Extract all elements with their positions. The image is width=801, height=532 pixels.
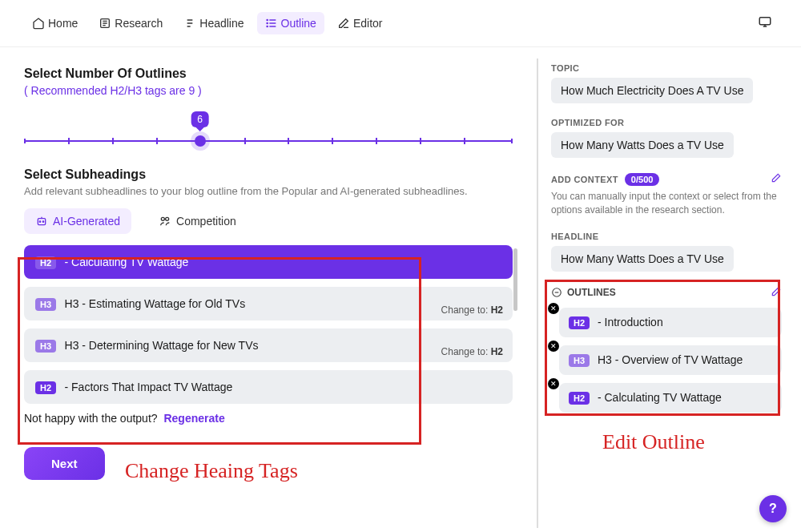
heading-tag-badge: H3 [35,340,56,353]
svg-point-6 [39,221,40,222]
nav-home[interactable]: Home [24,12,86,34]
add-context-label: ADD CONTEXT [551,175,618,184]
heading-tag-badge: H3 [35,298,56,311]
outline-icon [265,17,278,30]
edit-context-button[interactable] [771,172,782,187]
outline-text: H3 - Overview of TV Wattage [598,353,743,366]
regen-prefix: Not happy with the output? [24,412,158,425]
outline-item[interactable]: ✕ H2 - Calculating TV Wattage [559,383,782,413]
present-button[interactable] [753,10,777,37]
heading-tag-badge: H2 [35,381,56,394]
annotation-label-left: Change Heaing Tags [125,459,298,483]
outline-count-slider[interactable]: 6 [24,119,513,153]
nav-label: Home [48,17,78,30]
regenerate-row: Not happy with the output? Regenerate [24,412,513,425]
subheading-card[interactable]: H3 H3 - Determining Wattage for New TVs … [24,328,513,362]
headline-icon [183,17,196,30]
heading-tag-badge: H2 [35,256,56,269]
subheading-text: H3 - Estimating Wattage for Old TVs [65,297,246,310]
tab-label: AI-Generated [53,215,120,228]
headline-value: How Many Watts Does a TV Use [551,246,734,272]
context-desc: You can manually input the context or se… [551,190,782,217]
subheading-card[interactable]: H3 H3 - Estimating Wattage for Old TVs C… [24,287,513,320]
heading-tag-badge: H3 [569,354,590,367]
outline-item[interactable]: ✕ H3 H3 - Overview of TV Wattage [559,345,782,375]
nav-label: Headline [199,17,244,30]
tab-ai-generated[interactable]: AI-Generated [24,208,131,234]
svg-point-1 [267,19,268,20]
nav-label: Editor [353,17,383,30]
ai-icon [35,215,48,228]
subheading-card[interactable]: H2 - Calculating TV Wattage [24,245,513,279]
scrollbar[interactable] [513,248,517,311]
topic-label: TOPIC [551,63,782,73]
tab-label: Competition [176,215,236,228]
outline-item[interactable]: ✕ H2 - Introduction [559,308,782,337]
outlines-count-title: Select Number Of Outlines [24,66,513,81]
outlines-label: OUTLINES [567,287,616,298]
headline-label: HEADLINE [551,232,782,241]
research-icon [99,17,111,30]
change-heading-tag[interactable]: Change to: H2 [441,304,503,316]
svg-rect-4 [759,18,771,25]
svg-point-2 [267,22,268,23]
nav-headline[interactable]: Headline [175,12,252,34]
slider-value-bubble: 6 [191,111,209,127]
nav-outline[interactable]: Outline [257,12,324,34]
left-panel: Select Number Of Outlines ( Recommended … [0,47,537,532]
next-button[interactable]: Next [24,447,105,480]
right-panel: TOPIC How Much Electricity Does A TV Use… [538,47,801,532]
editor-icon [337,17,350,30]
optimized-label: OPTIMIZED FOR [551,118,782,127]
subheadings-desc: Add relevant subheadlines to your blog o… [24,185,513,197]
remove-outline-button[interactable]: ✕ [548,378,559,389]
context-count-pill: 0/500 [625,173,660,186]
nav-research[interactable]: Research [91,12,171,34]
svg-point-9 [166,217,169,220]
slider-track [24,140,513,142]
topic-value: How Much Electricity Does A TV Use [551,78,753,103]
heading-tag-badge: H2 [569,392,590,405]
nav-label: Research [115,17,163,30]
tab-competition[interactable]: Competition [147,208,248,234]
subheading-text: H3 - Determining Wattage for New TVs [65,339,259,352]
subheading-text: - Calculating TV Wattage [65,256,189,268]
subheading-tabs: AI-Generated Competition [24,208,513,234]
subheading-text: - Factors That Impact TV Wattage [65,381,233,393]
regenerate-link[interactable]: Regenerate [163,412,224,425]
annotation-label-right: Edit Outline [602,430,705,454]
optimized-value: How Many Watts Does a TV Use [551,132,734,158]
outline-text: - Calculating TV Wattage [598,391,722,404]
edit-outlines-button[interactable] [771,286,782,300]
svg-point-7 [42,221,43,222]
subheadings-title: Select Subheadings [24,167,513,182]
slider-thumb[interactable] [195,135,206,147]
present-icon [758,14,772,29]
heading-tag-badge: H2 [569,316,590,329]
remove-outline-button[interactable]: ✕ [548,303,559,314]
subheading-list: H2 - Calculating TV Wattage H3 H3 - Esti… [24,245,513,404]
nav-editor[interactable]: Editor [329,12,391,34]
svg-point-3 [267,26,268,26]
home-icon [32,17,45,30]
change-heading-tag[interactable]: Change to: H2 [441,346,503,357]
nav-label: Outline [281,17,316,30]
outline-text: - Introduction [598,316,663,328]
pencil-icon [771,286,782,297]
pencil-icon [771,172,782,183]
subheading-card[interactable]: H2 - Factors That Impact TV Wattage [24,370,513,404]
help-button[interactable]: ? [759,495,787,522]
top-nav: Home Research Headline Outline Editor [0,0,801,47]
recommended-note: ( Recommended H2/H3 tags are 9 ) [24,84,513,97]
svg-point-8 [161,217,164,220]
minus-circle-icon [551,287,562,298]
competition-icon [159,215,171,228]
remove-outline-button[interactable]: ✕ [548,341,559,352]
